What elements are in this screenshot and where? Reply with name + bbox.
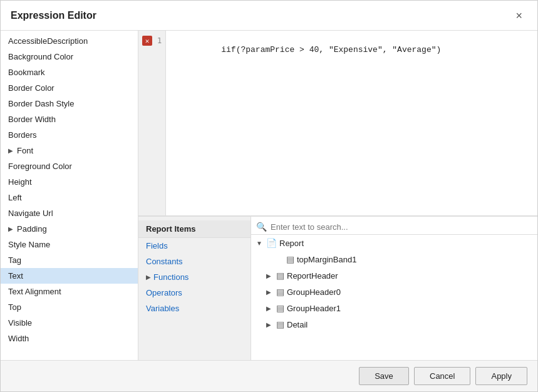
list-item[interactable]: Navigate Url xyxy=(1,205,138,221)
apply-button[interactable]: Apply xyxy=(475,367,527,385)
list-item-text[interactable]: Text xyxy=(1,268,138,284)
cancel-button[interactable]: Cancel xyxy=(414,367,470,385)
panel-item-operators[interactable]: Operators xyxy=(138,285,251,301)
dialog-footer: Save Cancel Apply xyxy=(1,360,537,391)
list-item-top[interactable]: Top xyxy=(1,299,138,315)
panel-item-variables[interactable]: Variables xyxy=(138,301,251,316)
dialog-header: Expression Editor × xyxy=(1,1,537,31)
tree-item-reportheader[interactable]: ▶ ▤ ReportHeader xyxy=(251,267,537,284)
band-icon: ▤ xyxy=(276,287,284,297)
list-item-padding[interactable]: ▶Padding xyxy=(1,221,138,237)
panel-header: Report Items xyxy=(138,220,251,238)
code-content[interactable]: iif(?paramPrice > 40, "Expensive", "Aver… xyxy=(166,31,537,215)
report-icon: 📄 xyxy=(266,238,277,248)
search-bar: 🔍 xyxy=(251,219,537,235)
bottom-panels: Report Items Fields Constants ▶ Function… xyxy=(138,216,537,360)
left-panel: AccessibleDescription Background Color B… xyxy=(1,31,138,360)
expression-editor-dialog: Expression Editor × AccessibleDescriptio… xyxy=(0,0,538,392)
panel-item-functions[interactable]: ▶ Functions xyxy=(138,269,251,285)
band-icon: ▤ xyxy=(276,303,284,313)
save-button[interactable]: Save xyxy=(359,367,409,385)
band-icon: ▤ xyxy=(286,254,294,264)
band-icon: ▤ xyxy=(276,271,284,281)
list-item[interactable]: Borders xyxy=(1,127,138,143)
list-item[interactable]: Border Color xyxy=(1,80,138,96)
list-item-foreground-color[interactable]: Foreground Color xyxy=(1,158,138,174)
line-numbers: ✕ 1 xyxy=(138,31,166,215)
list-item[interactable]: Tag xyxy=(1,252,138,268)
list-item-font[interactable]: ▶Font xyxy=(1,143,138,158)
dialog-body: AccessibleDescription Background Color B… xyxy=(1,31,537,360)
expand-arrow-icon: ▶ xyxy=(146,274,151,281)
tree-panel: 🔍 ▼ 📄 Report ▤ topMarginBand1 xyxy=(251,217,537,360)
error-indicator: ✕ xyxy=(142,36,152,46)
expand-arrow-icon: ▶ xyxy=(8,225,13,232)
list-item-text-alignment[interactable]: Text Alignment xyxy=(1,284,138,299)
dialog-title: Expression Editor xyxy=(11,10,96,21)
report-items-panel: Report Items Fields Constants ▶ Function… xyxy=(138,217,251,360)
list-item[interactable]: AccessibleDescription xyxy=(1,33,138,49)
chevron-right-icon: ▶ xyxy=(266,272,274,279)
panel-item-fields[interactable]: Fields xyxy=(138,238,251,254)
list-item[interactable]: Visible xyxy=(1,315,138,331)
tree-item-report[interactable]: ▼ 📄 Report xyxy=(251,235,537,251)
list-item[interactable]: Bookmark xyxy=(1,64,138,80)
list-item[interactable]: Border Dash Style xyxy=(1,96,138,111)
list-item[interactable]: Background Color xyxy=(1,49,138,64)
tree-item-groupheader0[interactable]: ▶ ▤ GroupHeader0 xyxy=(251,284,537,300)
chevron-down-icon: ▼ xyxy=(256,240,264,247)
panel-item-constants[interactable]: Constants xyxy=(138,254,251,269)
list-item[interactable]: Height xyxy=(1,174,138,190)
right-area: ✕ 1 iif(?paramPrice > 40, "Expensive", "… xyxy=(138,31,537,360)
chevron-right-icon: ▶ xyxy=(266,305,274,312)
tree-item-topmarginband[interactable]: ▤ topMarginBand1 xyxy=(251,251,537,267)
list-item[interactable]: Width xyxy=(1,331,138,346)
code-editor: ✕ 1 iif(?paramPrice > 40, "Expensive", "… xyxy=(138,31,537,216)
list-item[interactable]: Border Width xyxy=(1,111,138,127)
band-icon: ▤ xyxy=(276,319,284,329)
close-button[interactable]: × xyxy=(510,8,527,24)
search-input[interactable] xyxy=(271,222,532,232)
chevron-right-icon: ▶ xyxy=(266,289,274,296)
list-item[interactable]: Left xyxy=(1,190,138,205)
list-item[interactable]: Style Name xyxy=(1,237,138,252)
expand-arrow-icon: ▶ xyxy=(8,147,13,154)
tree-item-detail[interactable]: ▶ ▤ Detail xyxy=(251,316,537,333)
search-icon: 🔍 xyxy=(256,222,267,232)
chevron-right-icon: ▶ xyxy=(266,321,274,328)
tree-item-groupheader1[interactable]: ▶ ▤ GroupHeader1 xyxy=(251,300,537,316)
